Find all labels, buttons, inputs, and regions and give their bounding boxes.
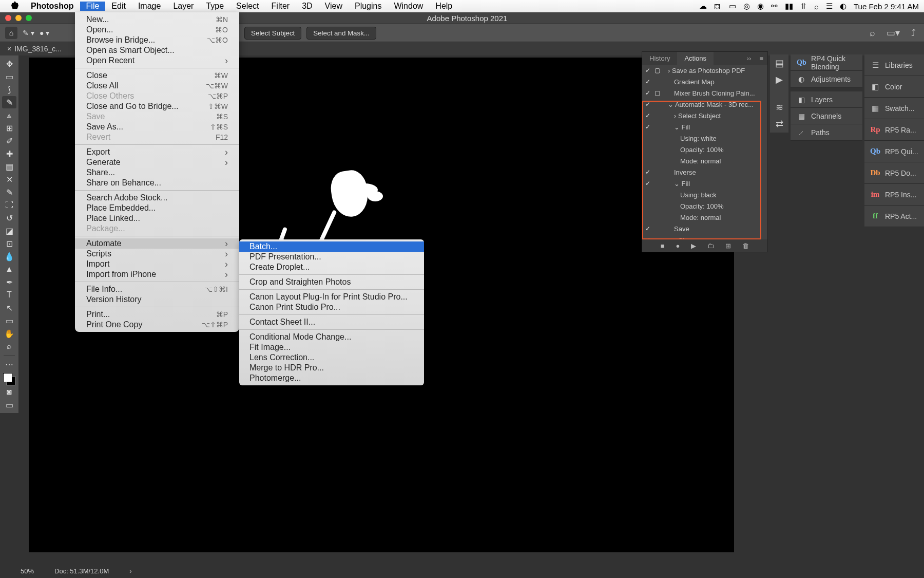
submenu-item[interactable]: Lens Correction... — [239, 352, 424, 363]
action-row[interactable]: ✓Inverse — [642, 166, 767, 178]
status-arrow[interactable]: › — [129, 567, 131, 575]
frame-tool[interactable]: ⊞ — [2, 122, 16, 134]
workspace-icon[interactable]: ▭▾ — [883, 27, 903, 39]
menu-item[interactable]: Automate — [75, 238, 239, 249]
home-button[interactable]: ⌂ — [5, 27, 17, 39]
brush-preset[interactable]: ● ▾ — [40, 29, 49, 37]
menu-item[interactable]: Open Recent — [75, 55, 239, 66]
stamp-tool[interactable]: ⛶ — [2, 199, 16, 211]
menu-item[interactable]: Version History — [75, 294, 239, 305]
settings-icon[interactable]: ⇄ — [776, 118, 783, 129]
eraser-tool[interactable]: ◪ — [2, 225, 16, 237]
type-tool[interactable]: T — [2, 289, 16, 301]
close-window[interactable] — [5, 15, 11, 21]
submenu-item[interactable]: Canon Layout Plug-In for Print Studio Pr… — [239, 292, 424, 302]
zoom-tool[interactable]: ⌕ — [2, 340, 16, 352]
search-icon[interactable]: ⌕ — [867, 28, 878, 39]
menu-item[interactable]: Place Embedded... — [75, 203, 239, 213]
panel-quickblend[interactable]: QbRP4 Quick Blending — [791, 54, 862, 71]
menu-plugins[interactable]: Plugins — [349, 2, 388, 11]
menu-item[interactable]: Scripts — [75, 249, 239, 259]
panel-menu-icon[interactable]: ≡ — [755, 52, 767, 65]
target-icon[interactable]: ◎ — [743, 2, 750, 11]
action-row[interactable]: ✓⌄ Fill — [642, 178, 767, 189]
menu-item[interactable]: Import from iPhone — [75, 269, 239, 279]
siri-icon[interactable]: ◐ — [840, 2, 846, 11]
pen-tool[interactable]: ✒ — [2, 276, 16, 288]
submenu-item[interactable]: Create Droplet... — [239, 262, 424, 272]
clock[interactable]: Tue Feb 2 9:41 AM — [854, 2, 919, 11]
panel-adjustments[interactable]: ◐Adjustments — [791, 71, 862, 87]
dodge-tool[interactable]: ▲ — [2, 263, 16, 275]
menu-image[interactable]: Image — [132, 2, 167, 11]
healing-tool[interactable]: ✚ — [2, 147, 16, 160]
battery-icon[interactable]: ▮▮ — [785, 2, 793, 11]
doc-size[interactable]: Doc: 51.3M/12.0M — [54, 567, 109, 575]
action-row[interactable]: Using: black — [642, 189, 767, 200]
menu-item[interactable]: Print One Copy⌥⇧⌘P — [75, 320, 239, 330]
menu-filter[interactable]: Filter — [265, 2, 296, 11]
submenu-item[interactable]: PDF Presentation... — [239, 252, 424, 262]
submenu-item[interactable]: Contact Sheet II... — [239, 317, 424, 327]
menu-file[interactable]: File — [80, 2, 106, 11]
zoom-level[interactable]: 50% — [21, 567, 34, 575]
mixer-tool[interactable]: ✕ — [2, 173, 16, 185]
history-brush-tool[interactable]: ↺ — [2, 212, 16, 224]
screenmode-tool[interactable]: ▭ — [2, 399, 16, 411]
play-icon[interactable]: ▶ — [691, 242, 696, 250]
collapsed-panel[interactable]: RpRP5 Ra... — [864, 119, 924, 141]
submenu-item[interactable]: Batch... — [239, 241, 424, 252]
menu-item[interactable]: Generate — [75, 157, 239, 167]
move-tool[interactable]: ✥ — [2, 58, 16, 70]
menu-item[interactable]: File Info...⌥⇧⌘I — [75, 284, 239, 294]
menu-item[interactable]: Print...⌘P — [75, 309, 239, 320]
stop-icon[interactable]: ■ — [661, 242, 665, 250]
menu-layer[interactable]: Layer — [167, 2, 200, 11]
tool-preset[interactable]: ✎ ▾ — [23, 29, 34, 37]
action-row[interactable]: ✓▢Mixer Brush Cloning Pain... — [642, 87, 767, 99]
menu-window[interactable]: Window — [388, 2, 429, 11]
collapsed-panel[interactable]: imRP5 Ins... — [864, 184, 924, 206]
menu-type[interactable]: Type — [200, 2, 230, 11]
menu-view[interactable]: View — [319, 2, 349, 11]
menu-help[interactable]: Help — [429, 2, 458, 11]
menu-item[interactable]: Save As...⇧⌘S — [75, 122, 239, 132]
play-icon[interactable]: ▶ — [776, 74, 783, 85]
panel-layers[interactable]: ◧Layers — [791, 91, 862, 108]
document-tab[interactable]: ×IMG_3816_c... — [0, 45, 69, 53]
action-row[interactable]: ✓▢› Save as Photoshop PDF — [642, 65, 767, 76]
menu-item[interactable]: Open...⌘O — [75, 25, 239, 35]
menu-3d[interactable]: 3D — [296, 2, 318, 11]
crop-tool[interactable]: ⟁ — [2, 109, 16, 121]
menu-item[interactable]: Close All⌥⌘W — [75, 81, 239, 91]
menu-item[interactable]: Close and Go to Bridge...⇧⌘W — [75, 101, 239, 111]
minimize-window[interactable] — [15, 15, 22, 21]
panel-collapse-icon[interactable]: ›› — [743, 52, 756, 65]
collapsed-panel[interactable]: QbRP5 Qui... — [864, 141, 924, 162]
apple-menu[interactable] — [5, 1, 25, 11]
gradient-tool[interactable]: ▤ — [2, 160, 16, 173]
shape-tool[interactable]: ▭ — [2, 314, 16, 327]
brush-tool[interactable]: ✎ — [2, 186, 16, 198]
trash-icon[interactable]: 🗑 — [742, 242, 749, 250]
tab-history[interactable]: History — [642, 52, 677, 65]
menu-item[interactable]: Browse in Bridge...⌥⌘O — [75, 35, 239, 45]
zoom-window[interactable] — [26, 15, 32, 21]
menu-item[interactable]: New...⌘N — [75, 14, 239, 25]
color-swatch[interactable] — [3, 373, 15, 385]
tray-icon[interactable]: ▭ — [729, 2, 736, 11]
cloud-icon[interactable]: ☁ — [699, 2, 707, 11]
edit-toolbar[interactable]: ⋯ — [2, 358, 16, 370]
collapsed-panel[interactable]: ☰Libraries — [864, 54, 924, 76]
record-icon[interactable]: ● — [676, 242, 680, 250]
action-row[interactable]: ✓⌄ Fill — [642, 121, 767, 133]
menu-item[interactable]: Export — [75, 147, 239, 157]
action-row[interactable]: Opacity: 100% — [642, 200, 767, 212]
action-row[interactable]: Using: white — [642, 133, 767, 144]
menu-item[interactable]: Open as Smart Object... — [75, 45, 239, 55]
action-row[interactable]: ✓› Select Subject — [642, 110, 767, 121]
select-and-mask-button[interactable]: Select and Mask... — [306, 27, 376, 40]
tab-actions[interactable]: Actions — [677, 52, 714, 65]
lasso-tool[interactable]: ⟆ — [2, 83, 16, 96]
quick-selection-tool[interactable]: ✎ — [2, 96, 16, 108]
